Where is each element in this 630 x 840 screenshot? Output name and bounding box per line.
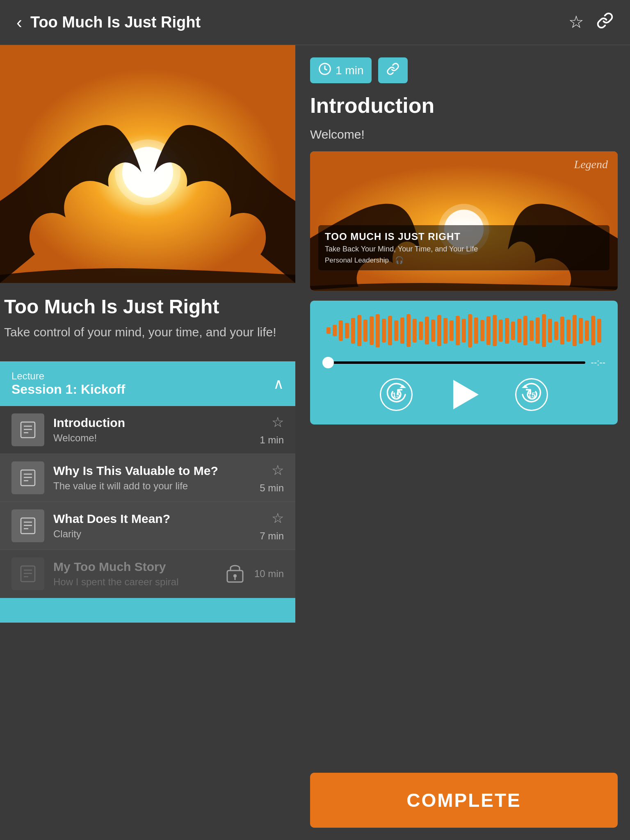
headphone-icon: 🎧 [395, 256, 404, 264]
lesson-right: ☆ 1 min [260, 414, 284, 446]
lesson-description: How I spent the career spiral [53, 576, 216, 588]
svg-marker-26 [399, 385, 406, 388]
waveform [322, 312, 605, 349]
welcome-text: Welcome! [310, 128, 618, 142]
lesson-name: What Does It Mean? [53, 512, 251, 526]
play-triangle [453, 380, 479, 409]
content-thumbnail: Legend TOO MUCH IS JUST RIGHT Take Back … [310, 151, 618, 291]
lesson-icon [11, 413, 44, 446]
lesson-icon [11, 509, 44, 542]
lesson-info: Introduction Welcome! [53, 416, 251, 444]
lesson-right: ☆ 7 min [260, 510, 284, 542]
lesson-item[interactable]: What Does It Mean? Clarity ☆ 7 min [0, 502, 295, 550]
lesson-bookmark-icon[interactable]: ☆ [272, 414, 284, 430]
course-title: Too Much Is Just Right [4, 295, 283, 318]
duration-text: 1 min [336, 64, 363, 77]
complete-button[interactable]: COMPLETE [310, 773, 618, 828]
lesson-info: Why Is This Valuable to Me? The value it… [53, 464, 251, 492]
lesson-info: What Does It Mean? Clarity [53, 512, 251, 540]
lesson-item-locked: My Too Much Story How I spent the career… [0, 550, 295, 598]
lesson-duration: 5 min [260, 482, 284, 494]
back-button[interactable]: ‹ [16, 13, 22, 32]
header: ‹ Too Much Is Just Right ☆ [0, 0, 630, 45]
replay-button[interactable]: 15 [380, 378, 413, 411]
lesson-right: ☆ 5 min [260, 462, 284, 494]
lesson-right: 10 min [254, 568, 284, 580]
clock-icon [318, 62, 331, 78]
lesson-name: Introduction [53, 416, 251, 430]
progress-row[interactable]: --:-- [322, 357, 605, 368]
header-left: ‹ Too Much Is Just Right [16, 13, 201, 32]
info-badges: 1 min [310, 57, 618, 83]
thumbnail-tag: Personal Leadership 🎧 [325, 256, 603, 265]
header-right: ☆ [568, 12, 614, 33]
chevron-up-icon: ∧ [273, 375, 284, 393]
thumbnail-overlay: TOO MUCH IS JUST RIGHT Take Back Your Mi… [318, 225, 609, 270]
time-remaining: --:-- [591, 357, 605, 368]
lesson-bookmark-icon[interactable]: ☆ [272, 510, 284, 526]
lecture-label: Lecture [11, 370, 125, 382]
svg-point-20 [233, 574, 237, 578]
progress-track[interactable] [322, 361, 585, 364]
lock-icon [225, 561, 245, 587]
main-content: Too Much Is Just Right Take control of y… [0, 45, 630, 840]
lesson-item[interactable]: Introduction Welcome! ☆ 1 min [0, 406, 295, 454]
progress-knob[interactable] [322, 357, 334, 368]
replay-label: 15 [393, 391, 400, 399]
lesson-duration: 10 min [254, 568, 284, 580]
thumbnail-course-title: TOO MUCH IS JUST RIGHT [325, 231, 603, 242]
lesson-icon [11, 461, 44, 494]
header-title: Too Much Is Just Right [30, 14, 201, 31]
course-info: Too Much Is Just Right Take control of y… [0, 283, 295, 361]
lesson-icon [11, 557, 44, 590]
lesson-duration: 7 min [260, 530, 284, 542]
audio-player: --:-- 15 [310, 301, 618, 425]
link-badge[interactable] [378, 57, 408, 83]
link-icon[interactable] [596, 12, 614, 33]
lesson-item[interactable]: Why Is This Valuable to Me? The value it… [0, 454, 295, 502]
lecture-title: Session 1: Kickoff [11, 382, 125, 397]
thumbnail-subtitle: Take Back Your Mind, Your Time, and Your… [325, 245, 603, 253]
bookmark-icon[interactable]: ☆ [568, 12, 584, 33]
lesson-name: My Too Much Story [53, 560, 216, 574]
forward-button[interactable]: 15 [515, 378, 548, 411]
lesson-info: My Too Much Story How I spent the career… [53, 560, 216, 588]
lecture-section-header[interactable]: Lecture Session 1: Kickoff ∧ [0, 361, 295, 406]
right-panel: 1 min Introduction Welcome! [295, 45, 630, 840]
lesson-description: Clarity [53, 528, 251, 540]
content-title: Introduction [310, 93, 618, 118]
lesson-name: Why Is This Valuable to Me? [53, 464, 251, 478]
course-image [0, 45, 295, 283]
lesson-duration: 1 min [260, 434, 284, 446]
lesson-description: Welcome! [53, 432, 251, 444]
bottom-teal-bar [0, 598, 295, 623]
play-button[interactable] [445, 376, 482, 413]
left-panel: Too Much Is Just Right Take control of y… [0, 45, 295, 840]
spacer [310, 434, 618, 763]
forward-label: 15 [528, 391, 536, 399]
course-subtitle: Take control of your mind, your time, an… [4, 324, 283, 341]
svg-marker-27 [522, 385, 528, 388]
duration-badge: 1 min [310, 57, 372, 83]
lecture-header-text: Lecture Session 1: Kickoff [11, 370, 125, 397]
lesson-bookmark-icon[interactable]: ☆ [272, 462, 284, 478]
lesson-description: The value it will add to your life [53, 480, 251, 492]
thumbnail-watermark: Legend [574, 158, 608, 171]
player-controls: 15 15 [380, 376, 548, 413]
